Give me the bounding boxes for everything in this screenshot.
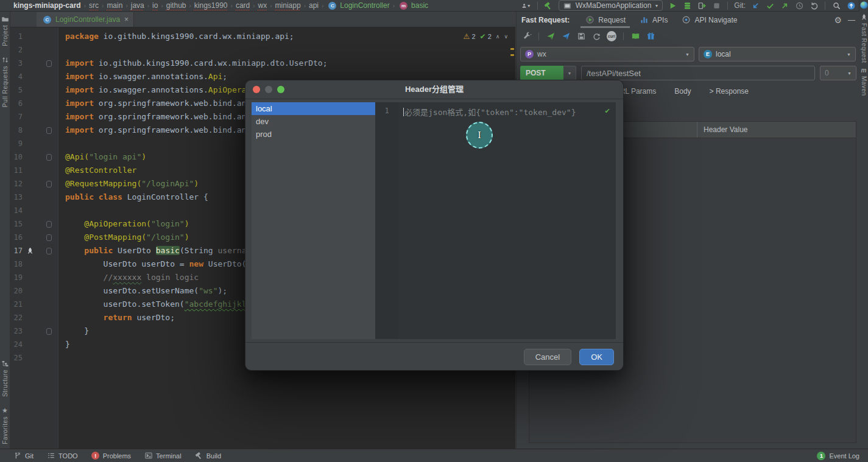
- timeout-select[interactable]: 0 ▼: [820, 66, 856, 80]
- breadcrumb-item-io[interactable]: io: [152, 1, 158, 10]
- run-config-select[interactable]: WxMaDemoApplication▼: [559, 0, 663, 11]
- editor-tab-logincontroller[interactable]: C LoginController.java ×: [37, 12, 134, 27]
- line-number: 24: [10, 338, 23, 351]
- group-list-item-prod[interactable]: prod: [252, 128, 375, 141]
- method-select[interactable]: POST ▼: [520, 66, 576, 80]
- fast-request-tab-api-navigate[interactable]: API Navigate: [674, 12, 744, 28]
- subtab-body[interactable]: Body: [674, 87, 691, 96]
- breadcrumb-project[interactable]: kings-miniapp-card: [13, 1, 81, 10]
- send-green-icon[interactable]: [546, 31, 556, 41]
- rocket-icon[interactable]: [25, 246, 35, 256]
- git-update-icon[interactable]: [750, 1, 760, 10]
- toolwindow-button-pull-requests[interactable]: Pull Requests: [1, 56, 9, 107]
- save-icon[interactable]: [576, 31, 586, 41]
- line-number: 4: [10, 70, 23, 83]
- statusbar-item-terminal[interactable]: Terminal: [144, 452, 182, 460]
- toolwindow-button-structure[interactable]: Structure: [1, 360, 9, 397]
- close-icon[interactable]: ×: [124, 15, 129, 24]
- curl-icon[interactable]: curl: [607, 31, 616, 41]
- chevron-down-icon: ▼: [847, 52, 851, 57]
- breadcrumb-class[interactable]: LoginController: [340, 1, 389, 10]
- breadcrumb-item-api[interactable]: api: [309, 1, 319, 10]
- fold-marker-icon[interactable]: [46, 221, 52, 228]
- toolwindow-button-maven[interactable]: mMaven: [860, 66, 868, 96]
- minimize-icon[interactable]: —: [848, 16, 855, 24]
- chevron-down-icon[interactable]: ∨: [504, 30, 508, 43]
- env-select[interactable]: E local ▼: [699, 47, 856, 61]
- breadcrumb-item-wx[interactable]: wx: [258, 1, 267, 10]
- code-token: @Api(: [65, 152, 89, 161]
- breadcrumb-item-kings1990[interactable]: kings1990: [194, 1, 228, 10]
- subtab-response[interactable]: > Response: [710, 87, 749, 96]
- fold-marker-icon[interactable]: [46, 181, 52, 187]
- gift-icon[interactable]: [646, 31, 655, 41]
- fast-request-tab-request[interactable]: Request: [578, 12, 632, 28]
- code-token: [94, 192, 99, 201]
- code-line: 3import io.github.kings1990.card.wx.mini…: [10, 57, 515, 70]
- debug-icon[interactable]: [682, 1, 692, 10]
- fold-marker-icon[interactable]: [46, 154, 52, 161]
- maximize-window-icon[interactable]: [277, 86, 284, 93]
- project-select[interactable]: P wx ▼: [520, 47, 694, 61]
- breadcrumb-item-github[interactable]: github: [166, 1, 186, 10]
- warning-stripe-mark[interactable]: [510, 48, 514, 50]
- fold-slot: [37, 328, 55, 335]
- group-list-item-dev[interactable]: dev: [252, 115, 375, 128]
- cancel-button[interactable]: Cancel: [524, 349, 571, 365]
- user-icon[interactable]: ▼: [521, 1, 531, 10]
- hammer-icon[interactable]: [544, 1, 554, 10]
- rollback-icon[interactable]: [809, 1, 819, 10]
- code-token: [65, 233, 84, 242]
- fold-marker-icon[interactable]: [46, 127, 52, 134]
- statusbar-item-build[interactable]: Build: [195, 452, 221, 460]
- git-push-icon[interactable]: [780, 1, 789, 10]
- warning-stripe-mark[interactable]: [510, 54, 514, 56]
- history-icon[interactable]: [794, 1, 804, 10]
- url-input[interactable]: [581, 66, 815, 80]
- breadcrumb-item-main[interactable]: main: [107, 1, 122, 10]
- gear-icon[interactable]: ⚙: [834, 15, 842, 25]
- wrench-icon[interactable]: [522, 31, 532, 41]
- minimize-window-icon[interactable]: [265, 86, 272, 93]
- code-text: return userDto;: [55, 311, 175, 324]
- statusbar-item-git[interactable]: Git: [13, 452, 34, 460]
- breadcrumb-method[interactable]: basic: [411, 1, 428, 10]
- search-icon[interactable]: [831, 1, 841, 10]
- breadcrumb-item-src[interactable]: src: [89, 1, 99, 10]
- fold-marker-icon[interactable]: [46, 234, 52, 241]
- send-blue-icon[interactable]: [561, 31, 571, 41]
- redo-icon[interactable]: [591, 31, 601, 41]
- toolwindow-button-project[interactable]: Project: [1, 15, 9, 46]
- ok-button[interactable]: OK: [579, 349, 614, 365]
- statusbar-item-todo[interactable]: TODO: [47, 452, 78, 460]
- toolwindow-button-favorites[interactable]: ★Favorites: [1, 407, 9, 444]
- docs-icon[interactable]: [630, 31, 640, 41]
- fold-marker-icon[interactable]: [46, 328, 52, 335]
- chevron-up-icon[interactable]: ∧: [496, 30, 500, 43]
- fold-marker-icon[interactable]: [46, 248, 52, 254]
- breadcrumb-item-java[interactable]: java: [131, 1, 144, 10]
- fold-marker-icon[interactable]: [46, 60, 52, 67]
- group-value-editor[interactable]: 必须是json格式,如{"token":"token_dev"} ✔: [398, 102, 616, 339]
- line-number: 2: [10, 43, 23, 57]
- breadcrumb-item-card[interactable]: card: [236, 1, 250, 10]
- code-text: @ApiOperation("login"): [55, 217, 189, 231]
- fast-request-tab-apis[interactable]: APIs: [632, 12, 674, 28]
- git-commit-icon[interactable]: [765, 1, 775, 10]
- breadcrumb-separator: ›: [188, 2, 191, 9]
- run-icon[interactable]: [668, 1, 677, 10]
- fold-slot: [37, 60, 55, 67]
- close-window-icon[interactable]: [253, 86, 260, 93]
- breadcrumb-item-miniapp[interactable]: miniapp: [275, 1, 301, 10]
- coverage-icon[interactable]: [697, 1, 707, 10]
- toolwindow-button-fast-request[interactable]: Fast Request: [860, 13, 868, 63]
- stop-icon[interactable]: [711, 1, 721, 10]
- event-log-button[interactable]: 1 Event Log: [817, 452, 868, 460]
- statusbar-item-problems[interactable]: !Problems: [91, 452, 131, 460]
- request-icon: [585, 15, 595, 25]
- ide-update-icon[interactable]: [846, 1, 856, 10]
- code-text: package io.github.kings1990.card.wx.mini…: [55, 30, 294, 43]
- gradle-ball-icon[interactable]: [859, 0, 868, 10]
- code-token: import: [65, 125, 94, 135]
- group-list-item-local[interactable]: local: [252, 102, 375, 115]
